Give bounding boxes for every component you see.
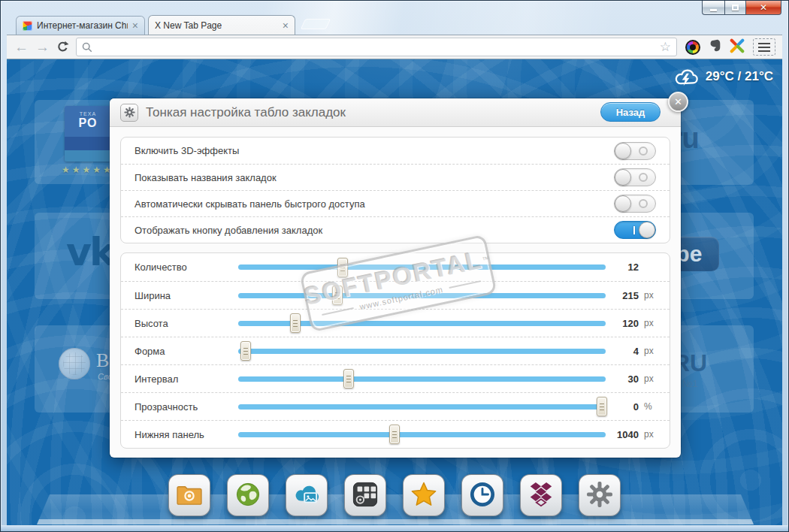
- slider-row-2: Ширина215px: [121, 281, 670, 309]
- dock-folder-search-button[interactable]: [168, 474, 210, 516]
- slider-handle[interactable]: [337, 258, 348, 277]
- address-input[interactable]: [97, 40, 655, 55]
- slider-label: Интервал: [135, 373, 238, 385]
- slider-label: Высота: [135, 318, 238, 329]
- slider-track[interactable]: [238, 432, 606, 437]
- close-window-button[interactable]: ✕: [746, 1, 781, 15]
- slider-handle[interactable]: [332, 286, 343, 305]
- slider-5[interactable]: [238, 368, 606, 389]
- maximize-icon: [732, 5, 739, 11]
- history-clock-icon: [470, 482, 495, 509]
- slider-4[interactable]: [238, 340, 606, 361]
- dialog-title: Тонкая настройка табло закладок: [146, 105, 346, 120]
- toggle-knob[interactable]: [615, 195, 631, 212]
- slider-value: 1040: [613, 429, 639, 440]
- slider-track[interactable]: [238, 349, 606, 354]
- slider-6[interactable]: [238, 396, 606, 417]
- tab-label: X New Tab Page: [155, 20, 222, 31]
- slider-2[interactable]: [238, 285, 606, 306]
- slider-handle[interactable]: [389, 425, 400, 444]
- dock-cloud-photos-button[interactable]: [286, 474, 328, 516]
- back-dialog-button[interactable]: Назад: [600, 102, 661, 122]
- xmarks-extension-icon[interactable]: [730, 38, 745, 56]
- extensions-row: [685, 38, 775, 56]
- menu-button[interactable]: [753, 38, 775, 56]
- titlebar[interactable]: ✕ Интернет-магазин Chrom×X New Tab Page×: [1, 1, 788, 35]
- slider-unit: px: [644, 346, 656, 356]
- slider-handle[interactable]: [240, 341, 251, 361]
- toolbar: ← → ☆: [7, 35, 782, 59]
- slider-handle[interactable]: [290, 313, 301, 333]
- lens-extension-icon[interactable]: [685, 40, 700, 55]
- dock-globe-button[interactable]: [227, 474, 269, 516]
- slider-unit: px: [644, 373, 656, 384]
- slider-1[interactable]: [238, 257, 606, 278]
- forward-button[interactable]: →: [35, 40, 50, 54]
- toggle-switch-3[interactable]: [614, 195, 656, 213]
- dock-apps-grid-button[interactable]: [344, 474, 386, 516]
- window-controls: ✕: [702, 1, 781, 15]
- chrome-webstore-icon: [23, 21, 32, 31]
- reload-button[interactable]: [56, 41, 69, 53]
- slider-label: Количество: [135, 261, 238, 273]
- slider-handle[interactable]: [597, 397, 607, 416]
- slider-value: 4: [613, 346, 639, 357]
- maximize-button[interactable]: [724, 1, 746, 15]
- apps-grid-icon: [352, 482, 378, 509]
- toggle-knob[interactable]: [615, 143, 631, 159]
- evernote-extension-icon[interactable]: [709, 38, 721, 56]
- slider-unit: px: [644, 290, 656, 301]
- slider-track[interactable]: [238, 376, 606, 382]
- slider-row-6: Прозрачность0%: [121, 392, 670, 420]
- toggle-knob[interactable]: [615, 169, 631, 186]
- cloud-photos-icon: [292, 482, 321, 509]
- tab-close-icon[interactable]: ×: [132, 20, 138, 31]
- vk-logo: vk: [66, 229, 113, 274]
- slider-value: 120: [613, 318, 639, 329]
- new-tab-button[interactable]: [301, 19, 331, 29]
- toggle-switch-4[interactable]: [614, 221, 656, 239]
- weather-widget[interactable]: 29°C / 21°C: [673, 66, 773, 87]
- search-icon: [82, 42, 92, 53]
- reload-icon: [56, 41, 69, 53]
- dock-bookmarks-star-button[interactable]: [403, 474, 445, 516]
- slider-track[interactable]: [238, 264, 606, 270]
- slider-7[interactable]: [238, 424, 606, 445]
- toggle-knob[interactable]: [639, 222, 655, 238]
- toggle-off-mark: [639, 173, 648, 182]
- close-icon: ✕: [760, 2, 767, 13]
- settings-dialog: Тонкая настройка табло закладок Назад ✕ …: [110, 98, 681, 458]
- rating-stars: ★★★★★: [62, 165, 113, 175]
- minimize-button[interactable]: [702, 1, 724, 15]
- dock-history-clock-button[interactable]: [461, 474, 503, 516]
- slider-track[interactable]: [238, 404, 606, 410]
- slider-value: 0: [613, 401, 639, 413]
- toggle-switch-1[interactable]: [614, 142, 656, 160]
- slider-handle[interactable]: [343, 369, 354, 388]
- sliders-group: Количество12Ширина215pxВысота120pxФорма4…: [120, 252, 670, 449]
- new-tab-page: 29°C / 21°C TEXA PO ★★★★★ vk Ви Сво il.r…: [7, 59, 782, 527]
- toggles-group: Включить 3D-эффектыПоказывать названия з…: [120, 137, 670, 243]
- tab-2[interactable]: X New Tab Page×: [148, 15, 295, 35]
- tab-label: Интернет-магазин Chrom: [37, 20, 128, 31]
- omnibox[interactable]: ☆: [76, 38, 677, 56]
- slider-track[interactable]: [238, 293, 606, 298]
- slider-row-1: Количество12: [121, 253, 670, 281]
- settings-gear-icon: [586, 481, 613, 510]
- dialog-gear-badge: [120, 104, 138, 122]
- toggle-row-4: Отображать кнопку добавления закладок: [121, 216, 670, 243]
- bookmark-star-icon[interactable]: ☆: [660, 41, 671, 53]
- toggle-switch-2[interactable]: [614, 168, 656, 186]
- toggle-on-mark: [633, 226, 635, 234]
- dialog-close-button[interactable]: ✕: [668, 92, 688, 112]
- dock-settings-gear-button[interactable]: [579, 474, 621, 516]
- slider-3[interactable]: [238, 313, 606, 334]
- tab-close-icon[interactable]: ×: [283, 20, 289, 31]
- dialog-header: Тонкая настройка табло закладок Назад: [110, 98, 681, 127]
- back-button[interactable]: ←: [14, 40, 29, 54]
- tab-1[interactable]: Интернет-магазин Chrom×: [16, 16, 145, 35]
- dock-dropbox-button[interactable]: [520, 474, 562, 516]
- dock: [7, 474, 782, 516]
- toggle-label: Автоматически скрывать панель быстрого д…: [135, 198, 614, 210]
- slider-label: Форма: [135, 346, 238, 357]
